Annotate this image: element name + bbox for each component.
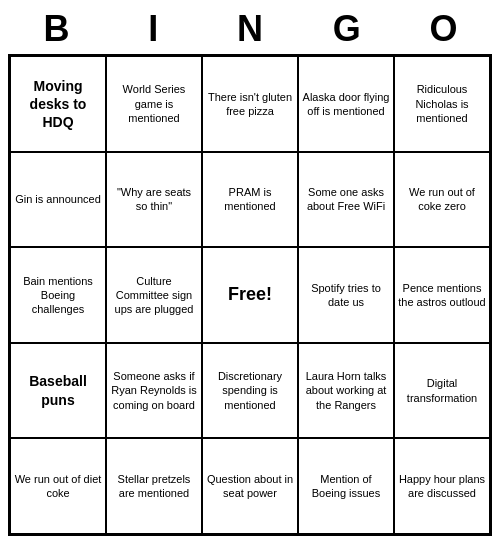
- bingo-cell-15[interactable]: Baseball puns: [10, 343, 106, 439]
- bingo-cell-17[interactable]: Discretionary spending is mentioned: [202, 343, 298, 439]
- bingo-cell-10[interactable]: Bain mentions Boeing challenges: [10, 247, 106, 343]
- bingo-cell-22[interactable]: Question about in seat power: [202, 438, 298, 534]
- bingo-cell-8[interactable]: Some one asks about Free WiFi: [298, 152, 394, 248]
- bingo-cell-12[interactable]: Free!: [202, 247, 298, 343]
- bingo-cell-5[interactable]: Gin is announced: [10, 152, 106, 248]
- bingo-cell-11[interactable]: Culture Committee sign ups are plugged: [106, 247, 202, 343]
- bingo-cell-23[interactable]: Mention of Boeing issues: [298, 438, 394, 534]
- bingo-cell-4[interactable]: Ridiculous Nicholas is mentioned: [394, 56, 490, 152]
- bingo-cell-1[interactable]: World Series game is mentioned: [106, 56, 202, 152]
- bingo-cell-14[interactable]: Pence mentions the astros outloud: [394, 247, 490, 343]
- bingo-cell-0[interactable]: Moving desks to HDQ: [10, 56, 106, 152]
- bingo-cell-21[interactable]: Stellar pretzels are mentioned: [106, 438, 202, 534]
- bingo-cell-2[interactable]: There isn't gluten free pizza: [202, 56, 298, 152]
- header-letter-i: I: [109, 8, 197, 50]
- bingo-cell-16[interactable]: Someone asks if Ryan Reynolds is coming …: [106, 343, 202, 439]
- header-letter-o: O: [400, 8, 488, 50]
- bingo-cell-3[interactable]: Alaska door flying off is mentioned: [298, 56, 394, 152]
- bingo-cell-20[interactable]: We run out of diet coke: [10, 438, 106, 534]
- bingo-cell-24[interactable]: Happy hour plans are discussed: [394, 438, 490, 534]
- bingo-cell-19[interactable]: Digital transformation: [394, 343, 490, 439]
- bingo-cell-13[interactable]: Spotify tries to date us: [298, 247, 394, 343]
- header-letter-g: G: [303, 8, 391, 50]
- bingo-cell-6[interactable]: "Why are seats so thin": [106, 152, 202, 248]
- bingo-cell-18[interactable]: Laura Horn talks about working at the Ra…: [298, 343, 394, 439]
- header-letter-n: N: [206, 8, 294, 50]
- header-letter-b: B: [12, 8, 100, 50]
- bingo-header: BINGO: [8, 8, 492, 50]
- bingo-cell-7[interactable]: PRAM is mentioned: [202, 152, 298, 248]
- bingo-cell-9[interactable]: We run out of coke zero: [394, 152, 490, 248]
- bingo-grid: Moving desks to HDQWorld Series game is …: [8, 54, 492, 536]
